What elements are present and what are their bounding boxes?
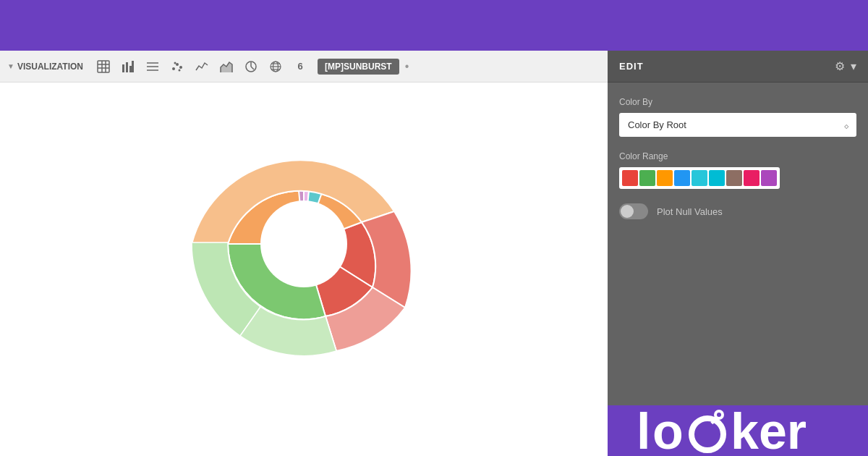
swatch-cyan[interactable]	[709, 170, 725, 186]
color-by-select[interactable]: Color By Root Color By Dimension Color B…	[619, 113, 856, 137]
svg-rect-6	[126, 62, 128, 72]
color-range-label: Color Range	[619, 151, 856, 161]
edit-body: Color By Color By Root Color By Dimensio…	[608, 83, 868, 234]
scatter-icon[interactable]	[167, 56, 187, 77]
toggle-knob	[621, 205, 634, 218]
line-chart-icon[interactable]	[192, 56, 212, 77]
plot-null-label: Plot Null Values	[657, 206, 723, 217]
swatch-brown[interactable]	[726, 170, 742, 186]
bar-chart-icon[interactable]	[118, 56, 138, 77]
svg-text:l: l	[637, 403, 650, 456]
swatch-purple[interactable]	[761, 170, 777, 186]
plot-null-values-row: Plot Null Values	[619, 203, 856, 219]
map-icon[interactable]	[265, 56, 286, 77]
edit-title: EDIT	[619, 61, 644, 72]
swatch-pink[interactable]	[744, 170, 760, 186]
gear-icon[interactable]: ⚙	[835, 59, 845, 73]
donut-hole	[260, 200, 347, 287]
svg-rect-0	[98, 61, 109, 72]
toolbar-label: ▼ VISUALIZATION	[7, 62, 83, 72]
top-bar	[0, 0, 868, 51]
toolbar-dot: •	[405, 60, 409, 73]
svg-text:o: o	[652, 403, 684, 456]
color-by-select-wrapper: Color By Root Color By Dimension Color B…	[619, 113, 856, 137]
edit-header: EDIT ⚙ ▾	[608, 51, 868, 83]
svg-text:ker: ker	[731, 403, 807, 456]
svg-point-14	[179, 66, 182, 69]
swatch-orange[interactable]	[657, 170, 673, 186]
edit-panel: EDIT ⚙ ▾ Color By Color By Root Color By…	[608, 51, 868, 405]
color-by-section: Color By Color By Root Color By Dimensio…	[619, 97, 856, 137]
number-6: 6	[297, 61, 302, 72]
svg-rect-8	[132, 61, 134, 72]
color-swatches[interactable]	[619, 167, 780, 189]
dropdown-arrow-icon[interactable]: ▾	[851, 59, 856, 73]
visualization-toolbar: ▼ VISUALIZATION	[0, 51, 608, 83]
main-content: ▼ VISUALIZATION	[0, 51, 868, 405]
looker-logo: l o ker	[637, 402, 839, 456]
svg-rect-5	[122, 64, 124, 72]
bottom-area: l o ker	[0, 405, 868, 456]
number-icon[interactable]: 6	[290, 56, 310, 77]
svg-point-16	[179, 69, 181, 71]
looker-logo-svg: l o ker	[637, 402, 839, 456]
swatch-teal[interactable]	[692, 170, 707, 186]
svg-line-19	[251, 67, 254, 69]
bottom-left-white	[0, 405, 608, 456]
visualization-area: ▼ VISUALIZATION	[0, 51, 608, 405]
color-range-section: Color Range	[619, 151, 856, 189]
area-chart-icon[interactable]	[216, 56, 237, 77]
chart-area	[0, 83, 608, 405]
svg-point-29	[717, 413, 721, 417]
sunburst-chart	[174, 114, 434, 374]
list-icon[interactable]	[142, 56, 163, 77]
svg-point-13	[176, 63, 179, 66]
toolbar-arrow: ▼	[7, 62, 14, 70]
clock-icon[interactable]	[241, 56, 261, 77]
svg-rect-7	[129, 66, 132, 72]
svg-point-15	[174, 62, 176, 64]
swatch-blue[interactable]	[674, 170, 690, 186]
edit-header-icons: ⚙ ▾	[835, 59, 856, 73]
bottom-right-purple: l o ker	[608, 405, 868, 456]
svg-point-12	[172, 67, 175, 70]
swatch-green[interactable]	[639, 170, 655, 186]
plot-null-toggle[interactable]	[619, 203, 648, 219]
table-icon[interactable]	[93, 56, 114, 77]
svg-point-27	[692, 418, 723, 450]
toolbar-title: VISUALIZATION	[17, 62, 83, 72]
swatch-red[interactable]	[622, 170, 638, 186]
color-by-label: Color By	[619, 97, 856, 107]
active-chart-label[interactable]: [MP]SUNBURST	[318, 59, 399, 75]
